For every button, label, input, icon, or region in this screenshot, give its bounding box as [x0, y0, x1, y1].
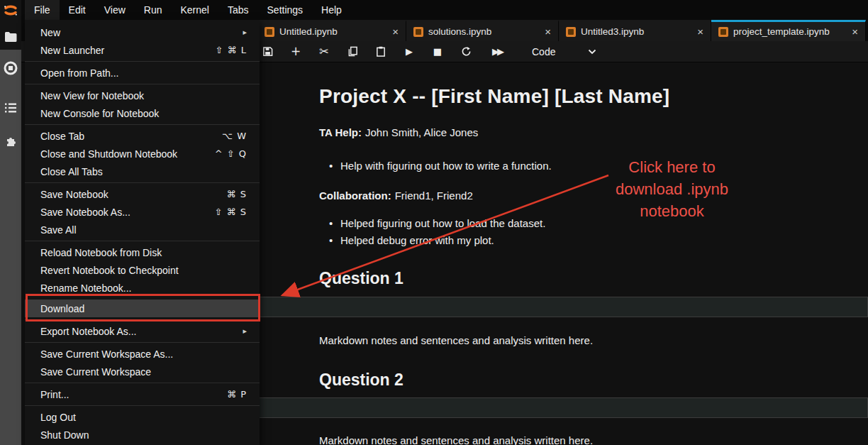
- collaboration-label: Collaboration:: [319, 189, 391, 202]
- menu-item-label: Shut Down: [40, 429, 247, 441]
- menu-item-shortcut: ^ ⇧ Q: [215, 148, 247, 159]
- tab-close-icon[interactable]: ×: [382, 26, 399, 37]
- menu-item-reload-notebook-from-disk[interactable]: Reload Notebook from Disk: [25, 243, 260, 261]
- restart-run-all-button[interactable]: ▶▶: [488, 45, 506, 58]
- menu-settings[interactable]: Settings: [258, 0, 313, 20]
- menu-item-shortcut: ⌥ W: [222, 131, 247, 141]
- menu-item-label: Save Current Workspace: [40, 366, 247, 378]
- tab-label: project_template.ipynb: [733, 26, 830, 37]
- ta-help-line: TA Help:John Smith, Alice Jones: [319, 126, 868, 138]
- menu-tabs[interactable]: Tabs: [218, 0, 258, 20]
- menu-item-print[interactable]: Print... ⌘ P: [25, 385, 260, 403]
- notebook-file-icon: [718, 27, 728, 37]
- menu-item-revert-notebook-to-checkpoint[interactable]: Revert Notebook to Checkpoint: [25, 261, 260, 279]
- menu-item-shortcut: ⌘ P: [227, 389, 247, 400]
- copy-cells-button[interactable]: [346, 45, 359, 58]
- menu-file[interactable]: File: [25, 0, 60, 20]
- restart-kernel-button[interactable]: [460, 45, 472, 58]
- menu-item-save-current-workspace-as[interactable]: Save Current Workspace As...: [25, 345, 260, 363]
- cell-type-select[interactable]: Code: [532, 46, 596, 57]
- markdown-note: Markdown notes and sentences and analysi…: [319, 334, 868, 346]
- cut-cells-button[interactable]: ✂: [318, 45, 330, 58]
- tab-label: Untitled3.ipynb: [581, 26, 644, 37]
- question-2-heading: Question 2: [319, 370, 868, 390]
- scissors-icon: ✂: [319, 46, 328, 57]
- question-1-heading: Question 1: [319, 269, 868, 288]
- menu-item-new-launcher[interactable]: New Launcher ⇧ ⌘ L: [25, 41, 260, 59]
- menu-item-label: New: [40, 27, 243, 38]
- menu-item-label: Save All: [40, 224, 247, 236]
- file-dropdown-menu: New ▸ New Launcher ⇧ ⌘ L Open from Path.…: [25, 20, 260, 445]
- save-icon: [262, 46, 273, 57]
- submenu-arrow-icon: ▸: [243, 326, 247, 336]
- menu-item-label: Save Current Workspace As...: [40, 348, 247, 360]
- menu-item-label: New View for Notebook: [40, 90, 247, 101]
- tab-close-icon[interactable]: ×: [842, 26, 858, 37]
- tab-untitled-ipynb[interactable]: Untitled.ipynb ×: [257, 20, 406, 41]
- cell-type-value: Code: [532, 46, 555, 57]
- paste-cells-button[interactable]: [374, 45, 387, 58]
- menu-item-label: Save Notebook As...: [40, 207, 215, 218]
- interrupt-kernel-button[interactable]: ■: [431, 45, 444, 58]
- menu-item-new[interactable]: New ▸: [25, 23, 260, 41]
- menu-item-shortcut: ⌘ S: [227, 189, 247, 199]
- menu-item-export-notebook-as[interactable]: Export Notebook As... ▸: [25, 322, 260, 340]
- menu-item-close-tab[interactable]: Close Tab ⌥ W: [25, 127, 260, 145]
- menubar: File Edit View Run Kernel Tabs Settings …: [21, 0, 868, 20]
- play-icon: ▶: [406, 47, 413, 56]
- menu-item-close-and-shutdown-notebook[interactable]: Close and Shutdown Notebook ^ ⇧ Q: [25, 145, 260, 163]
- copy-icon: [347, 46, 358, 57]
- menu-item-shut-down[interactable]: Shut Down: [25, 426, 260, 444]
- list-item: Helped debug error with my plot.: [319, 232, 868, 249]
- menu-help[interactable]: Help: [312, 0, 351, 20]
- download-callout-text: Click here to download .ipynb notebook: [589, 156, 755, 222]
- left-sidebar: [0, 0, 21, 445]
- menu-item-save-notebook-as[interactable]: Save Notebook As... ⇧ ⌘ S: [25, 203, 260, 221]
- menu-item-save-notebook[interactable]: Save Notebook ⌘ S: [25, 185, 260, 203]
- restart-icon: [461, 46, 472, 57]
- menu-item-label: Close and Shutdown Notebook: [40, 148, 215, 160]
- tab-close-icon[interactable]: ×: [687, 26, 703, 37]
- notebook-title: Project X -- [First Name] [Last Name]: [319, 85, 868, 108]
- tab-close-icon[interactable]: ×: [535, 26, 551, 37]
- menu-item-save-all[interactable]: Save All: [25, 221, 260, 238]
- submenu-arrow-icon: ▸: [243, 28, 247, 37]
- callout-line: Click here to: [589, 156, 755, 178]
- running-kernels-icon[interactable]: [2, 60, 19, 77]
- extension-manager-icon[interactable]: [2, 132, 19, 149]
- menu-run[interactable]: Run: [135, 0, 172, 20]
- menu-item-label: Print...: [40, 389, 227, 400]
- menu-item-label: New Launcher: [40, 45, 216, 56]
- tab-untitled3-ipynb[interactable]: Untitled3.ipynb ×: [559, 20, 711, 41]
- file-browser-icon[interactable]: [2, 28, 19, 45]
- menu-item-label: Close Tab: [40, 131, 222, 142]
- plus-icon: +: [291, 45, 301, 57]
- collaboration-value: Friend1, Friend2: [395, 189, 473, 202]
- jupyter-logo-icon: [2, 2, 19, 19]
- tab-project-template-ipynb[interactable]: project_template.ipynb ×: [711, 20, 866, 41]
- menu-kernel[interactable]: Kernel: [171, 0, 218, 20]
- notebook-file-icon: [265, 27, 274, 37]
- menu-item-new-view-for-notebook[interactable]: New View for Notebook: [25, 87, 260, 104]
- menu-view[interactable]: View: [95, 0, 135, 20]
- ta-help-label: TA Help:: [319, 126, 362, 138]
- menu-item-save-current-workspace[interactable]: Save Current Workspace: [25, 363, 260, 380]
- run-cell-button[interactable]: ▶: [403, 45, 416, 58]
- insert-cell-button[interactable]: +: [289, 45, 302, 58]
- ta-help-value: John Smith, Alice Jones: [365, 126, 478, 138]
- menu-item-shortcut: ⇧ ⌘ S: [215, 207, 247, 217]
- menu-item-close-all-tabs[interactable]: Close All Tabs: [25, 163, 260, 180]
- menu-item-label: New Console for Notebook: [40, 108, 247, 119]
- menu-item-log-out[interactable]: Log Out: [25, 408, 260, 426]
- menu-item-label: Close All Tabs: [40, 166, 247, 177]
- callout-line: notebook: [589, 200, 755, 222]
- menu-item-new-console-for-notebook[interactable]: New Console for Notebook: [25, 104, 260, 122]
- menu-edit[interactable]: Edit: [60, 0, 95, 20]
- menu-item-label: Open from Path...: [40, 67, 247, 79]
- menu-item-open-from-path[interactable]: Open from Path...: [25, 64, 260, 82]
- callout-line: download .ipynb: [589, 178, 755, 200]
- tab-label: Untitled.ipynb: [279, 26, 338, 37]
- table-of-contents-icon[interactable]: [2, 99, 19, 116]
- tab-solutions-ipynb[interactable]: solutions.ipynb ×: [406, 20, 559, 41]
- save-button[interactable]: [261, 45, 274, 58]
